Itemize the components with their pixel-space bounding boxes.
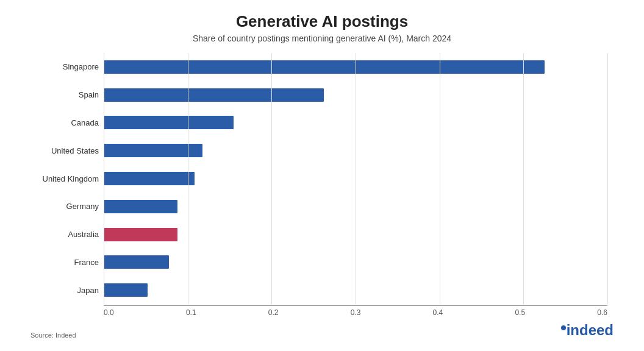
- x-tick: 0.1: [186, 308, 196, 317]
- bar-fill: [104, 116, 234, 129]
- x-axis: 0.00.10.20.30.40.50.6: [104, 308, 607, 317]
- bar-row: Australia: [104, 221, 607, 249]
- footer: Source: Indeed indeed: [24, 322, 620, 339]
- bar-row: Spain: [104, 81, 607, 109]
- chart-title: Generative AI postings: [236, 12, 408, 31]
- x-axis-line: [104, 305, 607, 306]
- bar-label: United Kingdom: [26, 174, 99, 183]
- logo-dot: [561, 325, 566, 330]
- chart-subtitle: Share of country postings mentioning gen…: [193, 34, 451, 43]
- bar-row: Japan: [104, 276, 607, 304]
- bar-label: Australia: [26, 230, 99, 239]
- bar-fill: [104, 255, 169, 269]
- bar-row: France: [104, 248, 607, 276]
- bar-fill: [104, 88, 324, 102]
- grid-line: [607, 53, 608, 304]
- bar-fill: [104, 144, 202, 157]
- bar-label: Canada: [26, 118, 99, 127]
- bar-fill: [104, 60, 545, 74]
- bar-label: Spain: [26, 90, 99, 99]
- x-tick: 0.5: [515, 308, 525, 317]
- x-tick: 0.4: [433, 308, 443, 317]
- source-label: Source: Indeed: [30, 332, 76, 339]
- bar-label: France: [26, 258, 99, 267]
- bar-label: United States: [26, 146, 99, 155]
- bar-row: United States: [104, 136, 607, 165]
- bar-row: Singapore: [104, 53, 607, 81]
- bar-row: United Kingdom: [104, 165, 607, 193]
- x-tick: 0.6: [597, 308, 607, 317]
- x-tick: 0.0: [104, 308, 114, 317]
- bar-fill: [104, 172, 195, 185]
- bar-fill: [104, 200, 177, 213]
- bar-row: Germany: [104, 193, 607, 221]
- bar-label: Singapore: [26, 62, 99, 71]
- bar-fill: [104, 228, 177, 241]
- x-tick: 0.2: [268, 308, 279, 317]
- bar-label: Germany: [26, 202, 99, 211]
- chart-area: SingaporeSpainCanadaUnited StatesUnited …: [24, 53, 620, 317]
- x-tick: 0.3: [351, 308, 361, 317]
- bar-label: Japan: [26, 286, 99, 295]
- bars-container: SingaporeSpainCanadaUnited StatesUnited …: [104, 53, 607, 304]
- bar-fill: [104, 283, 148, 297]
- bar-row: Canada: [104, 109, 607, 137]
- indeed-logo: indeed: [561, 322, 614, 339]
